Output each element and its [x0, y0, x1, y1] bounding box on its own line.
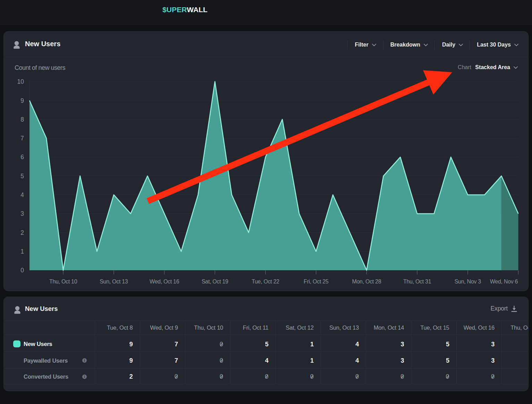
svg-text:Sun, Nov 3: Sun, Nov 3	[455, 279, 481, 285]
svg-text:Sat, Oct 19: Sat, Oct 19	[202, 279, 228, 285]
svg-text:1: 1	[20, 248, 24, 255]
svg-text:Thu, Oct 31: Thu, Oct 31	[403, 279, 431, 285]
svg-text:3: 3	[20, 210, 24, 217]
svg-text:Fri, Oct 25: Fri, Oct 25	[304, 279, 329, 285]
svg-text:Tue, Oct 22: Tue, Oct 22	[252, 279, 279, 285]
svg-text:Mon, Oct 28: Mon, Oct 28	[352, 279, 381, 285]
svg-text:Thu, Oct 10: Thu, Oct 10	[49, 279, 77, 285]
svg-text:2: 2	[20, 229, 24, 236]
svg-text:Wed, Nov 6: Wed, Nov 6	[490, 279, 518, 285]
svg-text:6: 6	[20, 154, 24, 160]
svg-text:0: 0	[20, 267, 24, 274]
svg-text:Sun, Oct 13: Sun, Oct 13	[100, 279, 128, 285]
svg-text:9: 9	[20, 97, 24, 104]
svg-text:7: 7	[20, 135, 24, 142]
svg-text:4: 4	[20, 191, 24, 198]
svg-text:10: 10	[17, 78, 24, 85]
svg-text:Wed, Oct 16: Wed, Oct 16	[150, 279, 179, 285]
svg-text:8: 8	[20, 116, 24, 123]
svg-text:5: 5	[20, 173, 24, 180]
